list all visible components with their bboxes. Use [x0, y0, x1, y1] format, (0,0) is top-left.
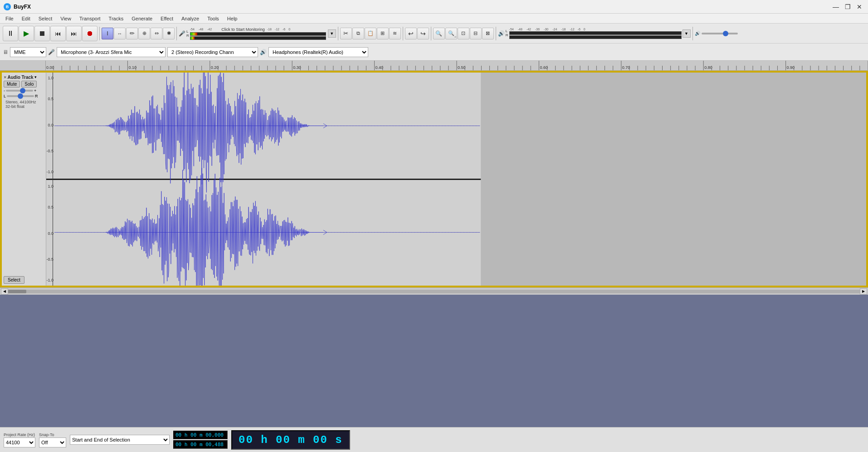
- track-dropdown-button[interactable]: ▾: [34, 75, 37, 79]
- output-device-icon: 🔊: [260, 49, 267, 55]
- vu-bar-R: [190, 36, 326, 40]
- skip-back-button[interactable]: ⏮: [50, 26, 66, 41]
- scroll-left-button[interactable]: ◀: [1, 288, 8, 295]
- playback-vu-bars: -54 -48 -42 -36 -30 -24 -18 -12 -6 0: [509, 28, 682, 39]
- play-button[interactable]: ▶: [19, 26, 34, 41]
- cut-button[interactable]: ✂: [340, 28, 352, 39]
- db-label-n42: -42: [207, 28, 212, 31]
- db-label-n54: -54: [190, 28, 195, 31]
- end-time-input[interactable]: 00 h 00 m 00,488 s: [173, 440, 228, 449]
- select-track-button[interactable]: Select: [4, 276, 24, 284]
- recording-meter-options[interactable]: ▼: [328, 29, 336, 38]
- zoom-out-button[interactable]: 🔍−: [445, 28, 457, 39]
- track-volume-slider[interactable]: [6, 90, 33, 92]
- playback-meter-options[interactable]: ▼: [683, 29, 691, 38]
- menu-analyze[interactable]: Analyze: [178, 15, 203, 22]
- solo-button[interactable]: Solo: [21, 81, 37, 87]
- menu-file[interactable]: File: [2, 15, 17, 22]
- menu-select[interactable]: Select: [35, 15, 56, 22]
- zoom-fit-selection-button[interactable]: ⊡: [458, 28, 469, 39]
- minimize-button[interactable]: —: [831, 2, 841, 12]
- project-rate-group: Project Rate (Hz) 44100 48000 96000: [4, 433, 35, 447]
- zoom-in-button[interactable]: 🔍: [433, 28, 445, 39]
- copy-button[interactable]: ⧉: [352, 28, 364, 39]
- separator-7: [692, 27, 693, 40]
- redo-button[interactable]: ↪: [417, 28, 429, 39]
- mute-button[interactable]: Mute: [4, 81, 20, 87]
- pb-db-n48: -48: [518, 28, 522, 31]
- track-name: Audio Track: [7, 75, 33, 80]
- stop-button[interactable]: ⏹: [34, 26, 50, 41]
- silence-button[interactable]: ≋: [389, 28, 401, 39]
- scroll-right-button[interactable]: ▶: [860, 288, 867, 295]
- start-time-input[interactable]: 00 h 00 m 00,000 s: [173, 431, 228, 439]
- envelope-tool-button[interactable]: ↔: [114, 28, 126, 39]
- menu-bar: File Edit Select View Transport Tracks G…: [0, 14, 868, 24]
- title-bar: B BuyFX — ❐ ✕: [0, 0, 868, 14]
- pb-db-n18: -18: [561, 28, 566, 31]
- zoom-fit-project-button[interactable]: ⊟: [470, 28, 482, 39]
- track-header: × Audio Track ▾ Mute Solo - + L R: [2, 73, 46, 111]
- menu-effect[interactable]: Effect: [157, 15, 177, 22]
- click-to-monitor: Click to Start Monitoring: [221, 27, 265, 32]
- menu-transport[interactable]: Transport: [76, 15, 104, 22]
- draw-tool-button[interactable]: ✏: [126, 28, 138, 39]
- time-display-value: 00 h 00 m 00 s: [239, 434, 343, 446]
- select-tool-button[interactable]: I: [102, 28, 113, 39]
- menu-tools[interactable]: Tools: [204, 15, 223, 22]
- track-panel: × Audio Track ▾ Mute Solo - + L R: [1, 72, 46, 287]
- input-device-select[interactable]: Microphone (3- Arozzi Sfera Mic: [57, 47, 166, 57]
- status-bar: Project Rate (Hz) 44100 48000 96000 Snap…: [0, 427, 868, 452]
- toolbar-row2: 🖥 MME Windows DirectSound Windows WASAPI…: [0, 44, 868, 61]
- skip-fwd-button[interactable]: ⏭: [66, 26, 82, 41]
- playback-volume-slider[interactable]: [702, 33, 738, 34]
- mic-icon: 🎤: [179, 30, 185, 37]
- pb-db-n6: -6: [578, 28, 580, 31]
- output-device-select[interactable]: Headphones (Realtek(R) Audio): [268, 47, 368, 57]
- recording-meter: 🎤 LR -54 -48 -42 Click to Start Monitori…: [179, 27, 336, 40]
- pb-vu-bar-L: [509, 31, 682, 35]
- undo-button[interactable]: ↩: [405, 28, 417, 39]
- paste-button[interactable]: 📋: [365, 28, 376, 39]
- db-label-n6: -6: [283, 28, 285, 31]
- playback-meter: 🔊 LR -54 -48 -42 -36 -30 -24 -18 -12 -6 …: [498, 28, 691, 39]
- track-spacer: [2, 111, 46, 275]
- audio-api-select[interactable]: MME Windows DirectSound Windows WASAPI: [10, 47, 46, 57]
- track-pan-row: L R: [4, 94, 44, 98]
- menu-edit[interactable]: Edit: [18, 15, 34, 22]
- timeshift-tool-button[interactable]: ⇔: [151, 28, 162, 39]
- maximize-button[interactable]: ❐: [843, 2, 853, 12]
- pause-button[interactable]: ⏸: [3, 26, 18, 41]
- api-icon: 🖥: [3, 49, 8, 55]
- selection-mode-group: Start and End of Selection Start and Len…: [70, 435, 170, 445]
- menu-view[interactable]: View: [57, 15, 75, 22]
- main-time-display: 00 h 00 m 00 s: [231, 430, 350, 450]
- trim-button[interactable]: ⊞: [377, 28, 389, 39]
- track-close-button[interactable]: ×: [4, 74, 6, 80]
- separator-6: [496, 27, 496, 40]
- scroll-thumb[interactable]: [8, 290, 26, 293]
- waveform-canvas: [46, 73, 866, 286]
- project-rate-select[interactable]: 44100 48000 96000: [4, 437, 35, 447]
- scroll-track: [8, 290, 860, 293]
- zoom-tool-button[interactable]: ⊕: [138, 28, 150, 39]
- track-volume-row: - +: [4, 88, 44, 93]
- selection-mode-select[interactable]: Start and End of Selection Start and Len…: [70, 435, 170, 445]
- menu-generate[interactable]: Generate: [128, 15, 156, 22]
- pb-db-n42: -42: [527, 28, 531, 31]
- volume-max-label: +: [34, 88, 36, 93]
- zoom-out-project-button[interactable]: ⊠: [482, 28, 494, 39]
- menu-tracks[interactable]: Tracks: [105, 15, 127, 22]
- pb-db-n30: -30: [544, 28, 548, 31]
- track-sample-rate: Stereo, 44100Hz: [5, 100, 42, 104]
- close-button[interactable]: ✕: [854, 2, 864, 12]
- record-button[interactable]: ⏺: [82, 26, 98, 41]
- snap-to-select[interactable]: Off Nearest: [39, 437, 66, 447]
- track-pan-slider[interactable]: [7, 95, 34, 97]
- playback-lr-label: LR: [506, 29, 508, 38]
- separator-4: [403, 27, 403, 40]
- channel-select[interactable]: 2 (Stereo) Recording Chann 1 (Mono) Reco…: [167, 47, 258, 57]
- horizontal-scrollbar: ◀ ▶: [0, 287, 868, 295]
- menu-help[interactable]: Help: [224, 15, 241, 22]
- multi-tool-button[interactable]: ✱: [163, 28, 175, 39]
